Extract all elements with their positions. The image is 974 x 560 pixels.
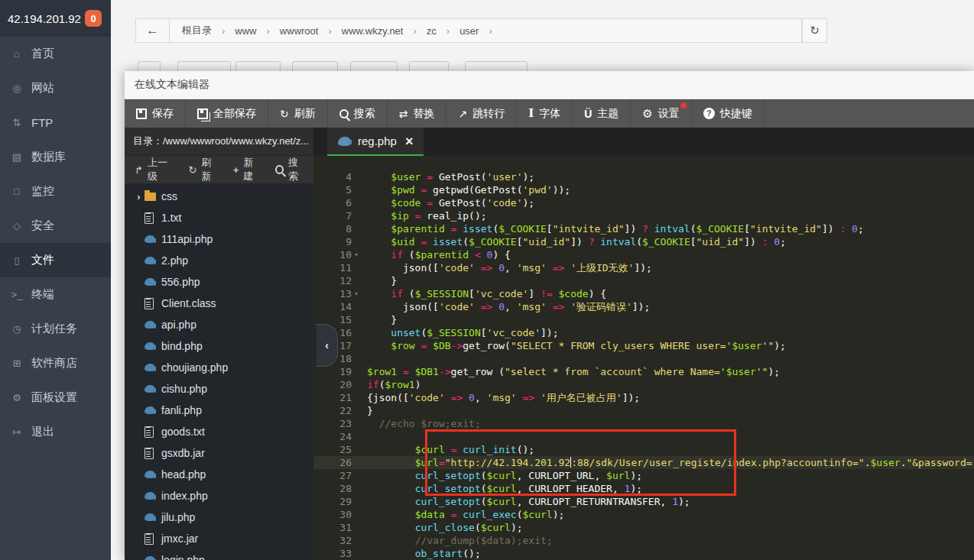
gear-button[interactable]: ⚙设置	[631, 99, 691, 128]
file-row[interactable]: choujiang.php	[125, 357, 313, 378]
line-number[interactable]: 4	[313, 170, 352, 183]
line-number[interactable]: 32	[313, 534, 352, 547]
line-number[interactable]: 8	[313, 222, 352, 235]
code-line[interactable]: 12 }	[313, 274, 974, 287]
code-line[interactable]: 16 unset($_SESSION['vc_code']);	[313, 326, 974, 339]
line-number[interactable]: 23	[313, 417, 352, 430]
file-row[interactable]: head.php	[125, 464, 313, 485]
line-number[interactable]: 11	[313, 261, 352, 274]
plus-button[interactable]: +新建	[226, 156, 268, 183]
sidebar-item-file[interactable]: ▯文件	[0, 243, 111, 277]
code-line[interactable]: 28 curl_setopt($curl, CURLOPT_HEADER, 1)…	[313, 482, 974, 495]
code-line[interactable]: 24	[313, 430, 974, 443]
file-row[interactable]: cishu.php	[125, 378, 313, 400]
code-line[interactable]: 23 //echo $row;exit;	[313, 417, 974, 430]
close-icon[interactable]: ×	[405, 134, 414, 148]
line-number[interactable]: 5	[313, 183, 352, 196]
file-row[interactable]: gsxdb.jar	[125, 442, 313, 464]
code-line[interactable]: 5 $pwd = getpwd(GetPost('pwd'));	[313, 183, 974, 196]
file-row[interactable]: goods.txt	[125, 421, 313, 442]
breadcrumb-item[interactable]: wwwroot	[280, 25, 319, 37]
sidebar-item-shield[interactable]: ◇安全	[0, 209, 111, 243]
code-line[interactable]: 19$row1 = $DB1->get_row ("select * from …	[313, 365, 974, 378]
path-refresh-button[interactable]: ↻	[802, 18, 827, 43]
sidebar-item-ftp[interactable]: ⇅FTP	[0, 105, 111, 140]
file-row[interactable]: jilu.php	[125, 507, 313, 528]
code-line[interactable]: 32 //var_dump($data);exit;	[313, 534, 974, 547]
sidebar-item-terminal[interactable]: >_终端	[0, 277, 111, 312]
code-line[interactable]: 13▾ if ($_SESSION['vc_code'] != $code) {	[313, 287, 974, 300]
refresh-button[interactable]: ↻刷新	[181, 156, 226, 183]
tab-reg-php[interactable]: reg.php ×	[327, 128, 424, 156]
refresh-button[interactable]: ↻刷新	[268, 99, 328, 128]
sidebar-item-database[interactable]: ▤数据库	[0, 140, 111, 174]
breadcrumb-item[interactable]: www.wkzy.net	[342, 25, 404, 37]
code-line[interactable]: 8 $parentid = isset($_COOKIE["intvite_id…	[313, 222, 974, 235]
code-line[interactable]: 29 curl_setopt($curl, CURLOPT_RETURNTRAN…	[313, 495, 974, 508]
breadcrumb-item[interactable]: www	[235, 25, 256, 37]
sidebar-item-settings[interactable]: ⚙面板设置	[0, 380, 111, 415]
file-row[interactable]: login.php	[125, 549, 313, 560]
code-editor[interactable]: 4 $user = GetPost('user');5 $pwd = getpw…	[313, 156, 974, 560]
replace-button[interactable]: ⇄替换	[388, 99, 447, 128]
up-level-button[interactable]: ↱上一级	[125, 156, 181, 183]
fold-marker-icon[interactable]: ▾	[352, 248, 361, 261]
code-line[interactable]: 33 ob_start();	[313, 547, 974, 560]
sidebar-item-tasks[interactable]: ◷计划任务	[0, 312, 111, 346]
line-number[interactable]: 14	[313, 300, 352, 313]
code-line[interactable]: 17 $row = $DB->get_row("SELECT * FROM cl…	[313, 339, 974, 352]
theme-button[interactable]: Ü主题	[573, 99, 631, 128]
sidebar-item-home[interactable]: ⌂首页	[0, 37, 111, 71]
fold-marker-icon[interactable]: ▾	[352, 287, 361, 300]
search-button[interactable]: 搜索	[328, 99, 388, 128]
sidebar-item-store[interactable]: ⊞软件商店	[0, 346, 111, 380]
line-number[interactable]: 24	[313, 430, 352, 443]
file-row[interactable]: jmxc.jar	[125, 528, 313, 549]
line-number[interactable]: 22	[313, 404, 352, 417]
line-number[interactable]: 27	[313, 469, 352, 482]
goto-line-button[interactable]: ↗跳转行	[446, 99, 517, 128]
line-number[interactable]: 31	[313, 521, 352, 534]
file-row[interactable]: bind.php	[125, 335, 313, 357]
code-line[interactable]: 7 $ip = real_ip();	[313, 209, 974, 222]
file-row[interactable]: fanli.php	[125, 400, 313, 421]
line-number[interactable]: 25	[313, 443, 352, 456]
file-row[interactable]: 111api.php	[125, 228, 313, 250]
file-row[interactable]: 1.txt	[125, 207, 313, 228]
notification-badge[interactable]: 0	[85, 10, 102, 27]
help-button[interactable]: ?快捷键	[692, 99, 765, 128]
code-line[interactable]: 18	[313, 352, 974, 365]
code-line[interactable]: 10▾ if ($parentid < 0) {	[313, 248, 974, 261]
search-button[interactable]: 搜索	[268, 156, 313, 183]
code-line[interactable]: 15 }	[313, 313, 974, 326]
breadcrumb-item[interactable]: 根目录	[182, 24, 212, 37]
file-row[interactable]: ›css	[125, 186, 313, 207]
collapse-panel-handle[interactable]: ‹	[317, 324, 338, 367]
sidebar-item-monitor[interactable]: □监控	[0, 174, 111, 209]
line-number[interactable]: 20	[313, 378, 352, 391]
code-line[interactable]: 26 $url="http://42.194.201.92:88/sdk/Use…	[313, 456, 974, 469]
file-row[interactable]: index.php	[125, 485, 313, 507]
sidebar-item-globe[interactable]: ◎网站	[0, 71, 111, 105]
line-number[interactable]: 12	[313, 274, 352, 287]
code-line[interactable]: 21{json(['code' => 0, 'msg' => '用户名已被占用'…	[313, 391, 974, 404]
file-row[interactable]: Client.class	[125, 293, 313, 314]
code-line[interactable]: 22}	[313, 404, 974, 417]
code-line[interactable]: 4 $user = GetPost('user');	[313, 170, 974, 183]
code-line[interactable]: 25 $curl = curl_init();	[313, 443, 974, 456]
breadcrumb-item[interactable]: user	[459, 25, 479, 37]
line-number[interactable]: 21	[313, 391, 352, 404]
line-number[interactable]: 6	[313, 196, 352, 209]
code-line[interactable]: 9 $uid = isset($_COOKIE["uid_id"]) ? int…	[313, 235, 974, 248]
code-line[interactable]: 14 json(['code' => 0, 'msg' => '验证码错误'])…	[313, 300, 974, 313]
file-row[interactable]: 556.php	[125, 271, 313, 293]
sidebar-item-logout[interactable]: ↦退出	[0, 415, 111, 449]
code-line[interactable]: 11 json(['code' => 0, 'msg' => '上级ID无效']…	[313, 261, 974, 274]
code-line[interactable]: 31 curl_close($curl);	[313, 521, 974, 534]
font-button[interactable]: I字体	[517, 99, 573, 128]
line-number[interactable]: 7	[313, 209, 352, 222]
chevron-expand-icon[interactable]: ›	[133, 191, 144, 202]
code-line[interactable]: 30 $data = curl_exec($curl);	[313, 508, 974, 521]
file-row[interactable]: 2.php	[125, 250, 313, 271]
line-number[interactable]: 28	[313, 482, 352, 495]
